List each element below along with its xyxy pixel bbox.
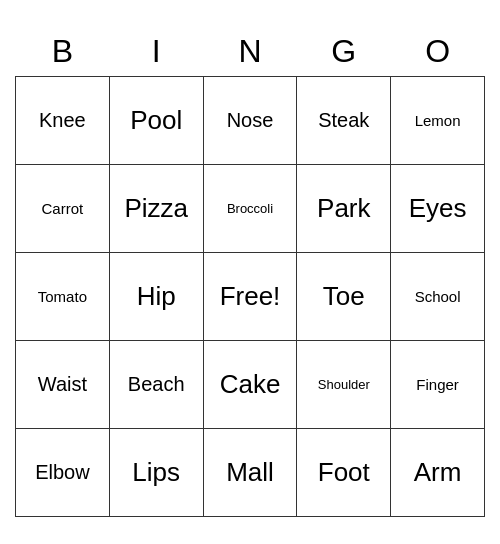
cell-text: Hip (114, 281, 199, 312)
bingo-cell: Broccoli (203, 165, 297, 253)
bingo-cell: Toe (297, 253, 391, 341)
bingo-cell: Tomato (16, 253, 110, 341)
bingo-cell: Free! (203, 253, 297, 341)
table-row: ElbowLipsMallFootArm (16, 429, 485, 517)
cell-text: Lips (114, 457, 199, 488)
bingo-cell: Carrot (16, 165, 110, 253)
bingo-cell: Waist (16, 341, 110, 429)
bingo-cell: Nose (203, 77, 297, 165)
bingo-cell: Finger (391, 341, 485, 429)
cell-text: Beach (114, 373, 199, 396)
bingo-cell: Elbow (16, 429, 110, 517)
bingo-header-row: BINGO (16, 27, 485, 77)
cell-text: Broccoli (208, 201, 293, 216)
cell-text: Pizza (114, 193, 199, 224)
bingo-cell: Shoulder (297, 341, 391, 429)
table-row: TomatoHipFree!ToeSchool (16, 253, 485, 341)
cell-text: Elbow (20, 461, 105, 484)
cell-text: Finger (395, 376, 480, 393)
cell-text: Knee (20, 109, 105, 132)
cell-text: Tomato (20, 288, 105, 305)
cell-text: Waist (20, 373, 105, 396)
bingo-cell: Mall (203, 429, 297, 517)
bingo-cell: Lips (109, 429, 203, 517)
cell-text: Mall (208, 457, 293, 488)
bingo-cell: School (391, 253, 485, 341)
cell-text: Nose (208, 109, 293, 132)
cell-text: Foot (301, 457, 386, 488)
bingo-cell: Cake (203, 341, 297, 429)
table-row: WaistBeachCakeShoulderFinger (16, 341, 485, 429)
bingo-cell: Beach (109, 341, 203, 429)
bingo-cell: Pizza (109, 165, 203, 253)
cell-text: Lemon (395, 112, 480, 129)
cell-text: Free! (208, 281, 293, 312)
cell-text: Shoulder (301, 377, 386, 392)
bingo-header-letter: I (109, 27, 203, 77)
cell-text: Eyes (395, 193, 480, 224)
bingo-cell: Steak (297, 77, 391, 165)
bingo-cell: Pool (109, 77, 203, 165)
bingo-cell: Lemon (391, 77, 485, 165)
bingo-header-letter: O (391, 27, 485, 77)
table-row: CarrotPizzaBroccoliParkEyes (16, 165, 485, 253)
cell-text: Carrot (20, 200, 105, 217)
bingo-card: BINGO KneePoolNoseSteakLemonCarrotPizzaB… (15, 27, 485, 517)
cell-text: School (395, 288, 480, 305)
cell-text: Park (301, 193, 386, 224)
bingo-cell: Arm (391, 429, 485, 517)
cell-text: Pool (114, 105, 199, 136)
bingo-cell: Knee (16, 77, 110, 165)
cell-text: Arm (395, 457, 480, 488)
bingo-cell: Hip (109, 253, 203, 341)
bingo-header-letter: N (203, 27, 297, 77)
bingo-cell: Eyes (391, 165, 485, 253)
bingo-cell: Park (297, 165, 391, 253)
cell-text: Steak (301, 109, 386, 132)
bingo-cell: Foot (297, 429, 391, 517)
table-row: KneePoolNoseSteakLemon (16, 77, 485, 165)
bingo-header-letter: G (297, 27, 391, 77)
bingo-header-letter: B (16, 27, 110, 77)
cell-text: Toe (301, 281, 386, 312)
cell-text: Cake (208, 369, 293, 400)
